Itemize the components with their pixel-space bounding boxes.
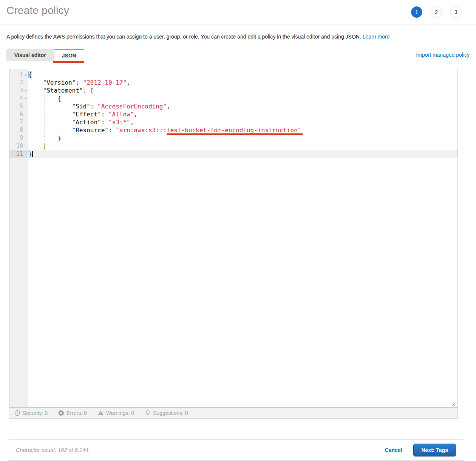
- code-string-token: "s3:*": [108, 119, 130, 126]
- errors-circle-icon: [58, 410, 64, 416]
- warnings-status-label: Warnings: 0: [106, 410, 134, 416]
- code-token: ,: [134, 111, 138, 118]
- line-number: 5: [9, 102, 28, 110]
- page-header: Create policy 1 2 3: [0, 0, 476, 20]
- line-number: 11: [9, 150, 28, 158]
- errors-status-label: Errors: 0: [66, 410, 87, 416]
- code-line[interactable]: "Action": "s3:*",: [28, 118, 457, 126]
- code-token: ,: [130, 119, 134, 126]
- cancel-button[interactable]: Cancel: [385, 447, 402, 453]
- footer-action-bar: Character count: 162 of 6,144. Cancel Ne…: [9, 439, 463, 461]
- warnings-triangle-icon: [97, 410, 104, 416]
- security-status-label: Security: 0: [23, 410, 48, 416]
- code-token: "Resource":: [28, 127, 116, 134]
- resize-handle-icon[interactable]: [451, 401, 457, 407]
- policy-description-text: A policy defines the AWS permissions tha…: [6, 34, 361, 40]
- page-title: Create policy: [6, 5, 69, 17]
- code-token: "Sid":: [28, 103, 97, 110]
- code-line[interactable]: {: [28, 71, 457, 79]
- line-number: 6: [9, 110, 28, 118]
- character-count: Character count: 162 of 6,144.: [16, 447, 90, 453]
- header-divider: [0, 25, 476, 25]
- code-token: {: [28, 71, 32, 78]
- wizard-step-1: 1: [411, 6, 422, 18]
- errors-status: Errors: 0: [58, 410, 87, 416]
- code-token: ]: [28, 142, 46, 150]
- code-token: "Effect":: [28, 111, 108, 118]
- code-line[interactable]: "Statement": [: [28, 87, 457, 94]
- fold-arrow-icon[interactable]: ▾: [23, 94, 28, 102]
- security-status: Security: 0: [14, 410, 48, 416]
- wizard-step-3: 3: [450, 6, 462, 18]
- code-token: "Statement": [: [28, 87, 94, 94]
- line-number[interactable]: 4▾: [9, 94, 28, 102]
- code-string-token: "2012-10-17": [83, 79, 127, 86]
- code-line[interactable]: }: [28, 134, 457, 142]
- line-number: 9: [9, 134, 28, 142]
- editor-code-area[interactable]: { "Version": "2012-10-17", "Statement": …: [28, 69, 457, 407]
- editor-status-bar: Security: 0 Errors: 0 Warnings: 0: [9, 408, 458, 419]
- code-line[interactable]: "Effect": "Allow",: [28, 110, 457, 118]
- code-line[interactable]: {: [28, 94, 457, 102]
- code-string-token: test-bucket-for-encoding-instruction": [167, 127, 301, 134]
- code-string-token: "Allow": [108, 111, 134, 118]
- suggestions-bulb-icon: [145, 410, 151, 416]
- line-number[interactable]: 3▾: [9, 87, 28, 94]
- line-number[interactable]: 1▾: [9, 71, 28, 79]
- code-line[interactable]: "Resource": "arn:aws:s3:::test-bucket-fo…: [28, 126, 457, 134]
- wizard-step-2: 2: [431, 6, 442, 18]
- code-token: {: [28, 95, 61, 102]
- code-token: "Action":: [28, 119, 108, 126]
- line-number: 10: [9, 142, 28, 150]
- code-token: }: [28, 150, 32, 158]
- line-number: 2: [9, 79, 28, 87]
- json-policy-editor[interactable]: 1▾23▾4▾567891011 { "Version": "2012-10-1…: [9, 69, 458, 408]
- security-shield-icon: [14, 410, 20, 416]
- fold-arrow-icon[interactable]: ▾: [23, 87, 28, 94]
- code-line[interactable]: }: [28, 150, 457, 158]
- line-number: 8: [9, 126, 28, 134]
- code-token: ,: [127, 79, 130, 86]
- text-cursor: [32, 151, 33, 157]
- code-token: ,: [167, 103, 170, 110]
- footer-actions: Cancel Next: Tags: [385, 444, 456, 456]
- import-managed-policy-link[interactable]: Import managed policy: [416, 52, 470, 61]
- code-token: }: [28, 135, 61, 142]
- code-line[interactable]: "Sid": "AccessForEncoding",: [28, 102, 457, 110]
- code-line[interactable]: ]: [28, 142, 457, 150]
- tab-json[interactable]: JSON: [54, 49, 84, 61]
- fold-arrow-icon[interactable]: ▾: [23, 71, 28, 79]
- suggestions-status: Suggestions: 0: [145, 410, 188, 416]
- next-tags-button[interactable]: Next: Tags: [413, 444, 456, 456]
- code-string-token: "AccessForEncoding": [97, 103, 167, 110]
- warnings-status: Warnings: 0: [97, 410, 134, 416]
- tab-visual-editor[interactable]: Visual editor: [6, 49, 54, 61]
- tab-json-label: JSON: [62, 53, 76, 59]
- editor-tabs: Visual editor JSON Import managed policy: [6, 48, 470, 61]
- code-token: "Version":: [28, 79, 83, 86]
- policy-description: A policy defines the AWS permissions tha…: [6, 34, 470, 40]
- create-policy-page: Create policy 1 2 3 A policy defines the…: [0, 0, 476, 461]
- line-number: 7: [9, 118, 28, 126]
- wizard-steps: 1 2 3: [411, 5, 468, 18]
- code-string-token: "arn:aws:s3:::: [116, 127, 167, 134]
- suggestions-status-label: Suggestions: 0: [153, 410, 188, 416]
- code-line[interactable]: "Version": "2012-10-17",: [28, 79, 457, 87]
- red-underline-annotation: [53, 61, 84, 63]
- learn-more-link[interactable]: Learn more: [363, 34, 390, 40]
- editor-gutter: 1▾23▾4▾567891011: [9, 69, 28, 407]
